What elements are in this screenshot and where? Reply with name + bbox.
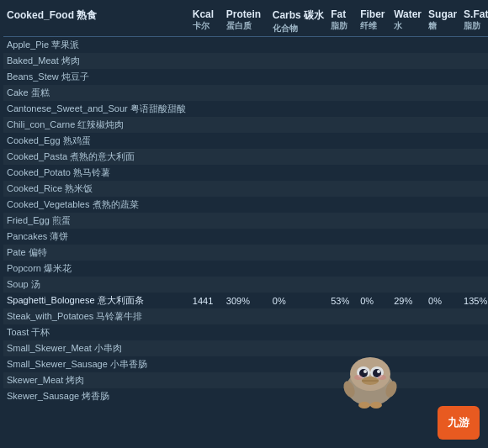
cell-water (390, 149, 425, 165)
svg-point-15 (370, 402, 382, 408)
cell-sugar (425, 133, 460, 149)
cell-kcal (189, 388, 223, 404)
cell-carbs (269, 165, 327, 181)
cell-kcal (189, 245, 223, 261)
header-kcal: Kcal 卡尔 (189, 7, 223, 37)
table-row: Toast 干杯 (3, 324, 488, 340)
cell-sfat (460, 388, 488, 404)
table-row: Spaghetti_Bolognese 意大利面条1441309%0%53%0%… (3, 293, 488, 308)
cell-kcal (189, 101, 223, 117)
cell-kcal (189, 53, 223, 69)
cell-food: Small_Skewer_Meat 小串肉 (3, 340, 189, 356)
cell-sfat (460, 133, 488, 149)
cell-protein (223, 324, 269, 340)
cell-water (390, 53, 425, 69)
cell-sugar: 0% (425, 293, 460, 308)
cell-kcal (189, 372, 223, 388)
cell-kcal (189, 117, 223, 133)
cell-protein (223, 69, 269, 85)
cell-food: Fried_Egg 煎蛋 (3, 213, 189, 229)
cell-food: Beans_Stew 炖豆子 (3, 69, 189, 85)
table-container: Cooked_Food 熟食 Kcal 卡尔 Protein 蛋白质 Carbs… (0, 0, 488, 411)
table-row: Cake 蛋糕 (3, 85, 488, 101)
header-food: Cooked_Food 熟食 (3, 7, 189, 37)
svg-point-9 (378, 375, 386, 380)
cell-food: Pate 偏特 (3, 245, 189, 261)
cell-kcal: 1441 (189, 293, 223, 308)
cell-sfat: 135% (460, 293, 488, 308)
cell-protein (223, 85, 269, 101)
cell-sugar (425, 53, 460, 69)
cell-carbs (269, 53, 327, 69)
table-row: Popcorn 爆米花 (3, 261, 488, 277)
cell-fat (327, 69, 357, 85)
cell-carbs (269, 133, 327, 149)
cell-carbs (269, 372, 327, 388)
cell-sugar (425, 277, 460, 293)
cell-kcal (189, 69, 223, 85)
cell-fiber (357, 53, 390, 69)
cell-water (390, 165, 425, 181)
cell-water (390, 261, 425, 277)
cell-fiber (357, 37, 390, 54)
cell-fat (327, 245, 357, 261)
table-row: Small_Skewer_Sausage 小串香肠 (3, 356, 488, 372)
cell-fat (327, 324, 357, 340)
cell-food: Pancakes 薄饼 (3, 229, 189, 245)
header-water: Water 水 (390, 7, 425, 37)
cell-protein (223, 165, 269, 181)
cell-sfat (460, 69, 488, 85)
cell-sfat (460, 372, 488, 388)
cell-carbs (269, 308, 327, 324)
header-protein: Protein 蛋白质 (223, 7, 269, 37)
cell-protein (223, 53, 269, 69)
cell-sugar (425, 388, 460, 404)
cell-fiber (357, 261, 390, 277)
cell-sfat (460, 356, 488, 372)
svg-point-6 (363, 370, 367, 373)
cell-sugar (425, 324, 460, 340)
cell-sugar (425, 245, 460, 261)
cell-protein (223, 101, 269, 117)
cell-fat (327, 181, 357, 197)
cell-sfat (460, 149, 488, 165)
table-row: Cooked_Egg 熟鸡蛋 (3, 133, 488, 149)
cell-protein (223, 181, 269, 197)
cell-water (390, 181, 425, 197)
cell-sugar (425, 37, 460, 54)
cell-carbs (269, 69, 327, 85)
cell-sfat (460, 101, 488, 117)
cell-carbs (269, 181, 327, 197)
mascot (337, 347, 404, 414)
cell-fat (327, 101, 357, 117)
cell-protein (223, 372, 269, 388)
cell-fat: 53% (327, 293, 357, 308)
cell-fiber (357, 245, 390, 261)
cell-sugar (425, 213, 460, 229)
cell-fiber (357, 117, 390, 133)
cell-sugar (425, 372, 460, 388)
cell-fiber (357, 229, 390, 245)
svg-point-7 (377, 370, 380, 373)
table-row: Beans_Stew 炖豆子 (3, 69, 488, 85)
cell-sfat (460, 213, 488, 229)
cell-fiber (357, 181, 390, 197)
cell-fat (327, 37, 357, 54)
cell-kcal (189, 356, 223, 372)
cell-protein (223, 213, 269, 229)
cell-kcal (189, 324, 223, 340)
cell-sugar (425, 308, 460, 324)
cell-fiber: 0% (357, 293, 390, 308)
cell-fat (327, 53, 357, 69)
header-carbs: Carbs 碳水 化合物 (269, 7, 327, 37)
table-row: Chili_con_Carne 红辣椒炖肉 (3, 117, 488, 133)
cell-water (390, 245, 425, 261)
cell-sugar (425, 165, 460, 181)
cell-fiber (357, 101, 390, 117)
svg-point-1 (350, 357, 390, 391)
cell-kcal (189, 229, 223, 245)
cell-sfat (460, 245, 488, 261)
cell-fat (327, 85, 357, 101)
cell-sfat (460, 37, 488, 54)
cell-protein (223, 261, 269, 277)
